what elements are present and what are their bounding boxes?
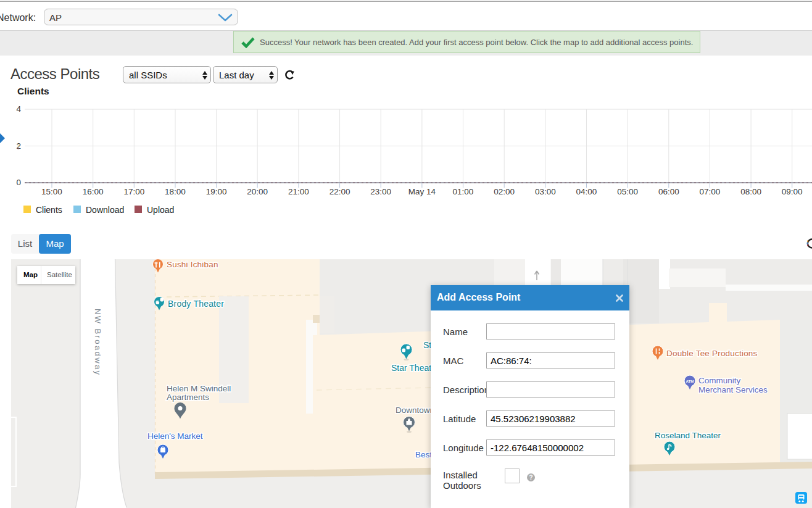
svg-text:4: 4 bbox=[16, 104, 21, 114]
svg-text:07:00: 07:00 bbox=[700, 187, 721, 196]
svg-text:03:00: 03:00 bbox=[535, 187, 556, 196]
svg-text:Merchant Services: Merchant Services bbox=[698, 385, 768, 394]
svg-text:23:00: 23:00 bbox=[370, 187, 391, 196]
svg-text:04:00: 04:00 bbox=[576, 187, 597, 196]
svg-text:20:00: 20:00 bbox=[247, 187, 268, 196]
svg-text:05:00: 05:00 bbox=[617, 187, 638, 196]
svg-text:ATM: ATM bbox=[686, 379, 694, 383]
svg-text:06:00: 06:00 bbox=[658, 187, 679, 196]
svg-text:17:00: 17:00 bbox=[123, 187, 144, 196]
svg-text:Apartments: Apartments bbox=[167, 393, 209, 402]
svg-text:15:00: 15:00 bbox=[41, 187, 62, 196]
svg-text:May 14: May 14 bbox=[408, 187, 436, 196]
svg-text:09:00: 09:00 bbox=[782, 187, 803, 196]
svg-text:0: 0 bbox=[16, 178, 21, 187]
svg-text:Sushi Ichiban: Sushi Ichiban bbox=[167, 260, 218, 269]
svg-text:Brody Theater: Brody Theater bbox=[168, 299, 224, 309]
svg-text:22:00: 22:00 bbox=[329, 187, 350, 196]
svg-text:Best: Best bbox=[415, 450, 432, 459]
svg-text:Double Tee Productions: Double Tee Productions bbox=[666, 349, 758, 358]
svg-text:Helen M Swindell: Helen M Swindell bbox=[167, 384, 231, 393]
svg-text:NW Broadway: NW Broadway bbox=[93, 309, 102, 376]
svg-text:Downtown: Downtown bbox=[396, 406, 434, 415]
svg-text:01:00: 01:00 bbox=[453, 187, 474, 196]
svg-text:Roseland Theater: Roseland Theater bbox=[655, 431, 721, 440]
svg-text:19:00: 19:00 bbox=[206, 187, 227, 196]
svg-text:08:00: 08:00 bbox=[740, 187, 761, 196]
svg-text:18:00: 18:00 bbox=[165, 187, 186, 196]
svg-text:Helen's Market: Helen's Market bbox=[147, 431, 203, 441]
svg-text:16:00: 16:00 bbox=[83, 187, 104, 196]
svg-text:21:00: 21:00 bbox=[288, 187, 309, 196]
svg-text:02:00: 02:00 bbox=[494, 187, 515, 196]
svg-text:Community: Community bbox=[698, 376, 741, 385]
